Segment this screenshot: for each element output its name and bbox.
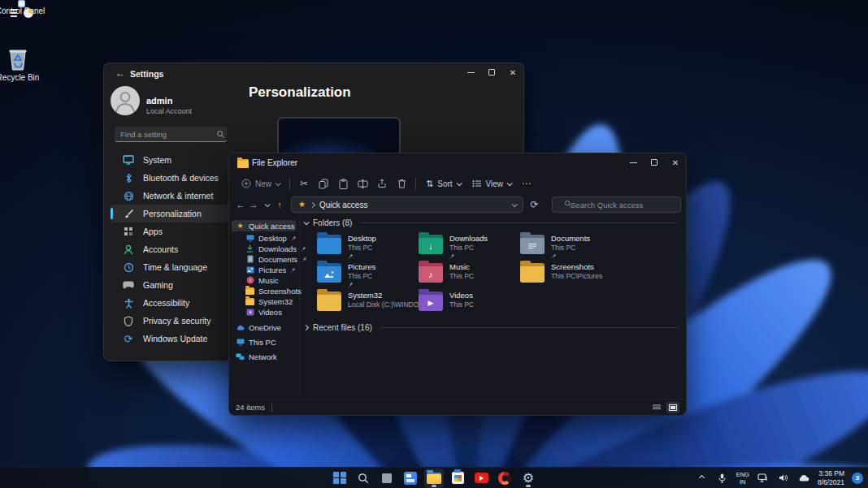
volume-icon[interactable]: [777, 471, 790, 486]
refresh-button[interactable]: ⟳: [527, 196, 542, 213]
sidebar-item-accounts[interactable]: Accounts: [111, 240, 241, 258]
nav-downloads[interactable]: Downloads: [232, 243, 296, 254]
folder-tile-pictures[interactable]: Pictures This PC: [317, 261, 416, 289]
download-icon: [245, 244, 254, 253]
task-view-button[interactable]: [377, 469, 397, 488]
desktop-folder-icon: [317, 235, 341, 254]
sort-arrows-icon: ⇅: [426, 179, 433, 189]
new-button[interactable]: New: [236, 175, 285, 192]
language-indicator[interactable]: ENG IN: [736, 471, 749, 486]
up-button[interactable]: ↑: [273, 197, 286, 212]
address-bar[interactable]: ★ Quick access: [291, 196, 523, 213]
onedrive-cloud-icon[interactable]: [797, 471, 810, 486]
explorer-titlebar[interactable]: File Explorer ✕: [229, 153, 686, 173]
update-icon: ⟳: [122, 332, 135, 345]
folder-tile-music[interactable]: ♪ Music This PC: [419, 261, 518, 289]
gamepad-icon: [122, 279, 135, 292]
youtube-button[interactable]: [471, 469, 491, 488]
cut-button[interactable]: ✂: [294, 175, 314, 192]
sidebar-item-privacy-security[interactable]: Privacy & security: [111, 312, 241, 330]
desktop-icon-recycle-bin[interactable]: Recycle Bin: [0, 47, 46, 82]
nav-desktop[interactable]: Desktop: [232, 232, 296, 244]
file-explorer-taskbar-button[interactable]: [424, 469, 444, 488]
sidebar-item-system[interactable]: System: [111, 151, 241, 169]
minimize-button[interactable]: [623, 153, 644, 171]
details-view-button[interactable]: [650, 402, 663, 413]
clock[interactable]: 3:36 PM 8/6/2021: [818, 469, 844, 486]
large-icons-view-button[interactable]: [666, 402, 679, 413]
recycle-bin-icon: [7, 47, 28, 71]
document-icon: [245, 255, 254, 264]
sidebar-item-windows-update[interactable]: ⟳ Windows Update: [111, 330, 241, 348]
sidebar-item-accessibility[interactable]: Accessibility: [111, 294, 241, 312]
settings-titlebar[interactable]: ← Settings ✕: [104, 63, 523, 84]
quick-access-star-icon: ★: [298, 201, 306, 209]
rename-button[interactable]: [353, 175, 372, 192]
microsoft-store-button[interactable]: [448, 469, 467, 488]
paste-button[interactable]: [333, 175, 353, 192]
downloads-folder-icon: ↓: [419, 235, 443, 254]
avatar[interactable]: [111, 86, 140, 115]
sidebar-item-network-internet[interactable]: Network & internet: [111, 187, 241, 205]
nav-system32[interactable]: System32: [232, 296, 296, 307]
folder-tile-desktop[interactable]: Desktop This PC: [317, 233, 416, 261]
recent-files-section-header[interactable]: Recent files (16): [304, 323, 678, 332]
nav-videos[interactable]: Videos: [232, 306, 296, 317]
nav-quick-access[interactable]: ★ Quick access: [232, 220, 296, 231]
sidebar-item-apps[interactable]: Apps: [111, 222, 241, 240]
nav-documents[interactable]: Documents: [232, 253, 296, 265]
folders-section-header[interactable]: Folders (8): [304, 218, 678, 227]
youtube-icon: [475, 473, 488, 483]
sort-button[interactable]: ⇅ Sort: [420, 175, 467, 192]
folder-tile-screenshots[interactable]: Screenshots This PC\Pictures: [520, 261, 619, 289]
maximize-button[interactable]: [481, 63, 502, 81]
sidebar-item-time-language[interactable]: Time & language: [111, 258, 241, 276]
nav-screenshots[interactable]: Screenshots: [232, 285, 296, 296]
network-icon[interactable]: [757, 471, 770, 486]
status-bar: 24 items: [229, 399, 686, 415]
search-button[interactable]: [354, 469, 373, 488]
delete-button[interactable]: [392, 175, 411, 192]
nav-pictures[interactable]: Pictures: [232, 264, 296, 275]
address-dropdown-icon[interactable]: [512, 201, 518, 207]
widgets-button[interactable]: [401, 469, 420, 488]
nav-this-pc[interactable]: This PC: [232, 336, 296, 348]
close-button[interactable]: ✕: [502, 63, 523, 81]
folder-tile-documents[interactable]: Documents This PC: [520, 233, 619, 261]
back-button[interactable]: ←: [234, 197, 247, 212]
maximize-button[interactable]: [644, 153, 665, 171]
start-button[interactable]: [330, 469, 349, 488]
folder-tile-downloads[interactable]: ↓ Downloads This PC: [419, 233, 518, 261]
share-button[interactable]: [372, 175, 392, 192]
view-button[interactable]: View: [467, 175, 518, 192]
settings-taskbar-button[interactable]: ⚙: [519, 469, 538, 488]
settings-search-input[interactable]: [115, 127, 227, 142]
notification-badge[interactable]: 3: [852, 473, 863, 484]
copy-button[interactable]: [314, 175, 333, 192]
forward-button[interactable]: →: [247, 197, 260, 212]
recent-locations-button[interactable]: [260, 197, 273, 212]
explorer-nav-pane: ★ Quick access Desktop Downloads Documen…: [229, 215, 300, 399]
sidebar-item-personalization[interactable]: Personalization: [111, 205, 241, 222]
music-folder-icon: ♪: [419, 263, 443, 283]
back-icon[interactable]: ←: [115, 67, 125, 79]
hidden-icons-button[interactable]: [696, 471, 709, 486]
desktop-icon-control-panel[interactable]: Control Panel: [0, 5, 49, 15]
brush-icon: [122, 207, 135, 220]
sidebar-item-bluetooth-devices[interactable]: Bluetooth & devices: [111, 169, 241, 187]
microphone-icon[interactable]: [716, 471, 729, 486]
nav-music[interactable]: ♪ Music: [232, 274, 296, 286]
nav-onedrive[interactable]: OneDrive: [232, 322, 296, 333]
shield-icon: [122, 314, 135, 327]
network-icon: [236, 352, 245, 361]
folder-tile-videos[interactable]: ▶ Videos This PC: [419, 290, 518, 317]
microsoft-store-icon: [452, 472, 464, 484]
more-options-button[interactable]: ⋯: [517, 175, 536, 192]
nav-network[interactable]: Network: [232, 351, 296, 362]
close-button[interactable]: ✕: [665, 153, 686, 171]
opera-button[interactable]: [495, 469, 514, 488]
opera-icon: [498, 472, 511, 485]
sidebar-item-gaming[interactable]: Gaming: [111, 276, 241, 294]
minimize-button[interactable]: [460, 63, 481, 81]
system-icon: [122, 153, 135, 166]
